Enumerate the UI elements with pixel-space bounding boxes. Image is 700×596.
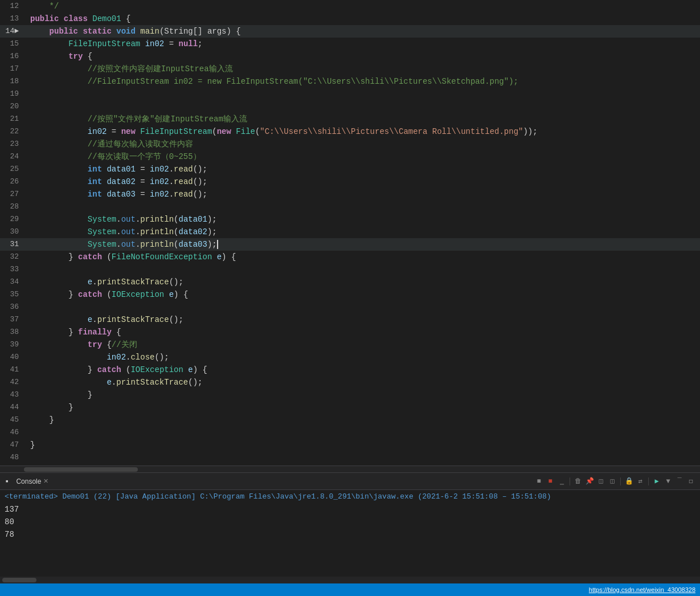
line-number: 44 — [0, 401, 26, 414]
line-content: //按照文件内容创建InputStrea输入流 — [26, 63, 700, 75]
word-wrap-button[interactable]: ⇄ — [636, 477, 645, 486]
status-link[interactable]: https://blog.csdn.net/weixin_43008328 — [589, 586, 695, 593]
line-number: 40 — [0, 351, 26, 364]
line-number: 29 — [0, 213, 26, 226]
line-number: 16 — [0, 50, 26, 63]
table-row: 24 //每次读取一个字节（0~255） — [0, 150, 700, 163]
line-number: 31 — [0, 238, 26, 251]
disconnect-button[interactable]: ⎯ — [557, 477, 566, 486]
separator — [570, 477, 570, 485]
table-row: 17 //按照文件内容创建InputStrea输入流 — [0, 63, 700, 75]
line-number: 13 — [0, 13, 26, 25]
line-content: try { — [26, 50, 700, 63]
line-content: int data03 = in02.read(); — [26, 188, 700, 201]
line-content — [26, 100, 700, 113]
console-scrollbar-thumb[interactable] — [2, 578, 36, 582]
scrollbar-thumb[interactable] — [24, 467, 138, 472]
console-tab-close[interactable]: ✕ — [43, 477, 48, 485]
line-number: 38 — [0, 326, 26, 338]
table-row: 34 e.printStackTrace(); — [0, 276, 700, 288]
line-number: 23 — [0, 138, 26, 150]
open-console-2-button[interactable]: ◫ — [608, 477, 617, 486]
line-number: 24 — [0, 150, 26, 163]
line-content: e.printStackTrace(); — [26, 276, 700, 288]
line-number: 41 — [0, 364, 26, 376]
line-content: e.printStackTrace(); — [26, 313, 700, 326]
console-tab-label: Console — [16, 477, 41, 485]
line-number: 45 — [0, 414, 26, 426]
line-number: 28 — [0, 201, 26, 213]
console-icon: ▪ — [5, 477, 9, 486]
minimize-button[interactable]: ‾ — [675, 477, 684, 486]
separator2 — [620, 477, 621, 485]
table-row: 37 e.printStackTrace(); — [0, 313, 700, 326]
line-content: } — [26, 401, 700, 414]
table-row: 19 — [0, 88, 700, 100]
run-button[interactable]: ▶ — [652, 477, 661, 486]
table-row: 43 } — [0, 389, 700, 401]
console-scrollbar[interactable] — [0, 577, 700, 583]
maximize-button[interactable]: ◻ — [686, 477, 695, 486]
console-terminated-text: <terminated> Demo01 (22) [Java Applicati… — [5, 492, 695, 501]
scroll-lock-button[interactable]: 🔒 — [624, 477, 633, 486]
line-number: 14► — [0, 25, 26, 38]
table-row: 46 — [0, 426, 700, 439]
line-number: 48 — [0, 451, 26, 464]
table-row: 32 } catch (FileNotFoundException e) { — [0, 251, 700, 263]
line-content — [26, 451, 700, 464]
table-row: 39 try {//关闭 — [0, 338, 700, 351]
table-row: 41 } catch (IOException e) { — [0, 364, 700, 376]
table-row: 36 — [0, 301, 700, 313]
terminate-button[interactable]: ■ — [546, 477, 555, 486]
line-content — [26, 426, 700, 439]
line-content: System.out.println(data01); — [26, 213, 700, 226]
code-container[interactable]: 12 */ 13 public class Demo01 { 14► publi… — [0, 0, 700, 466]
line-number: 36 — [0, 301, 26, 313]
line-content: in02.close(); — [26, 351, 700, 364]
line-content: } catch (IOException e) { — [26, 288, 700, 301]
remove-terminated-button[interactable]: 🗑 — [574, 477, 583, 486]
line-number: 34 — [0, 276, 26, 288]
table-row: 12 */ — [0, 0, 700, 13]
line-content: int data01 = in02.read(); — [26, 163, 700, 175]
line-number: 22 — [0, 125, 26, 138]
line-number: 32 — [0, 251, 26, 263]
line-number: 19 — [0, 88, 26, 100]
table-row: 20 — [0, 100, 700, 113]
expand-button[interactable]: ▼ — [664, 477, 673, 486]
line-number: 21 — [0, 113, 26, 125]
line-number: 12 — [0, 0, 26, 13]
line-content: } — [26, 414, 700, 426]
horizontal-scrollbar[interactable] — [0, 466, 700, 472]
editor-area: 12 */ 13 public class Demo01 { 14► publi… — [0, 0, 700, 472]
console-tab[interactable]: Console ✕ — [13, 476, 52, 487]
table-row: 29 System.out.println(data01); — [0, 213, 700, 226]
line-content: System.out.println(data02); — [26, 226, 700, 238]
stop-button[interactable]: ■ — [534, 477, 543, 486]
line-number: 18 — [0, 75, 26, 88]
table-row: 18 //FileInputStream in02 = new FileInpu… — [0, 75, 700, 88]
status-bar: https://blog.csdn.net/weixin_43008328 — [0, 583, 700, 596]
table-row: 27 int data03 = in02.read(); — [0, 188, 700, 201]
line-content — [26, 88, 700, 100]
line-number: 20 — [0, 100, 26, 113]
line-content: } finally { — [26, 326, 700, 338]
table-row: 42 e.printStackTrace(); — [0, 376, 700, 389]
line-content: } — [26, 389, 700, 401]
console-panel: ▪ Console ✕ ■ ■ ⎯ 🗑 📌 ◫ ◫ 🔒 — [0, 472, 700, 583]
console-toolbar: ■ ■ ⎯ 🗑 📌 ◫ ◫ 🔒 ⇄ ▶ ▼ — [534, 477, 695, 486]
table-row: 13 public class Demo01 { — [0, 13, 700, 25]
code-table: 12 */ 13 public class Demo01 { 14► publi… — [0, 0, 700, 464]
line-content: */ — [26, 0, 700, 13]
table-row: 31 System.out.println(data03); — [0, 238, 700, 251]
pin-button[interactable]: 📌 — [585, 477, 594, 486]
table-row: 45 } — [0, 414, 700, 426]
line-content: System.out.println(data03); — [26, 238, 700, 251]
table-row: 40 in02.close(); — [0, 351, 700, 364]
line-number: 30 — [0, 226, 26, 238]
line-number: 42 — [0, 376, 26, 389]
table-row: 25 int data01 = in02.read(); — [0, 163, 700, 175]
console-body: <terminated> Demo01 (22) [Java Applicati… — [0, 490, 700, 577]
line-content: public class Demo01 { — [26, 13, 700, 25]
open-console-button[interactable]: ◫ — [596, 477, 605, 486]
